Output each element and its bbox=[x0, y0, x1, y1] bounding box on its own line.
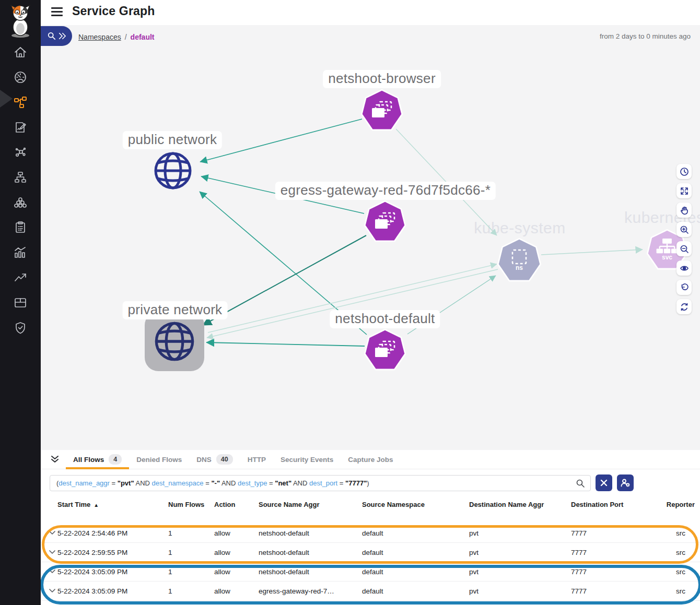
expand-icon bbox=[680, 186, 689, 196]
flow-filter-input[interactable]: (dest_name_aggr = "pvt" AND dest_namespa… bbox=[50, 475, 591, 491]
col-source-name-aggr[interactable]: Source Name Aggr bbox=[259, 501, 362, 509]
dashboard-icon bbox=[14, 70, 27, 84]
node-public-network[interactable] bbox=[153, 150, 193, 193]
col-dest-port[interactable]: Destination Port bbox=[571, 501, 652, 509]
col-start-time[interactable]: Start Time▲ bbox=[57, 501, 168, 509]
namespace-dashed-icon bbox=[511, 248, 528, 265]
expand-row-icon[interactable] bbox=[41, 550, 57, 554]
refresh-icon bbox=[680, 302, 689, 312]
cluster-circles-icon bbox=[14, 196, 27, 209]
graph-edges bbox=[41, 25, 700, 450]
collapse-panel-icon[interactable] bbox=[49, 454, 61, 465]
molecule-icon bbox=[14, 146, 27, 159]
storage-box-icon bbox=[14, 296, 27, 310]
sidebar-item-policies[interactable] bbox=[10, 120, 31, 135]
node-label-public-network[interactable]: public network bbox=[123, 131, 222, 149]
sidebar-item-reports[interactable] bbox=[10, 245, 31, 260]
flow-row-4[interactable]: 5-22-2024 3:05:09 PM1allowegress-gateway… bbox=[41, 582, 700, 601]
graph-toolbar bbox=[676, 164, 692, 314]
col-source-namespace[interactable]: Source Namespace bbox=[362, 501, 469, 509]
sidebar-item-workloads[interactable] bbox=[10, 195, 31, 210]
breadcrumb-namespaces-link[interactable]: Namespaces bbox=[78, 33, 121, 41]
clipboard-icon bbox=[14, 221, 27, 234]
sidebar-item-network[interactable] bbox=[10, 170, 31, 185]
zoom-out-button[interactable] bbox=[676, 241, 692, 256]
clock-icon bbox=[680, 167, 689, 176]
ns-badge: ns bbox=[516, 264, 523, 271]
flows-table-header: Start Time▲ Num Flows Action Source Name… bbox=[41, 496, 700, 524]
search-icon bbox=[576, 479, 585, 488]
zoom-out-icon bbox=[680, 244, 689, 254]
menu-toggle-icon[interactable] bbox=[51, 7, 63, 17]
time-settings-button[interactable] bbox=[676, 164, 692, 179]
replicaset-pods-icon bbox=[374, 211, 396, 231]
replicaset-pods-icon bbox=[370, 100, 393, 120]
col-num-flows[interactable]: Num Flows bbox=[168, 501, 214, 509]
col-dest-name-aggr[interactable]: Destination Name Aggr bbox=[469, 501, 571, 509]
sidebar-item-activity[interactable] bbox=[10, 270, 31, 285]
bar-chart-icon bbox=[14, 246, 27, 259]
sort-asc-icon: ▲ bbox=[94, 502, 99, 508]
zoom-in-icon bbox=[680, 225, 689, 234]
search-icon bbox=[48, 32, 56, 40]
flow-row-3[interactable]: 5-22-2024 3:05:09 PM1allownetshoot-defau… bbox=[41, 562, 700, 582]
expand-row-icon[interactable] bbox=[41, 589, 57, 593]
close-icon bbox=[600, 479, 608, 487]
sidebar-item-dashboard[interactable] bbox=[10, 70, 31, 85]
sidebar-item-security[interactable] bbox=[10, 321, 31, 335]
tab-all-flows[interactable]: All Flows4 bbox=[66, 450, 129, 469]
user-settings-button[interactable] bbox=[617, 474, 634, 491]
service-graph-app: Service Graph Namespaces/default from 2 … bbox=[0, 0, 700, 605]
user-gear-icon bbox=[621, 478, 631, 488]
eye-icon bbox=[680, 264, 689, 273]
col-action[interactable]: Action bbox=[214, 501, 259, 509]
node-label-egress-gateway[interactable]: egress-gateway-red-76d7f5dc66-* bbox=[275, 182, 496, 200]
pan-button[interactable] bbox=[676, 203, 692, 218]
visibility-button[interactable] bbox=[676, 260, 692, 276]
sidebar-item-compliance[interactable] bbox=[10, 220, 31, 235]
flow-row-1[interactable]: 5-22-2024 2:54:46 PM1allownetshoot-defau… bbox=[41, 524, 700, 543]
col-reporter[interactable]: Reporter bbox=[652, 501, 700, 509]
sidebar-item-service-graph[interactable] bbox=[10, 95, 31, 110]
sidebar-item-endpoints[interactable] bbox=[10, 145, 31, 160]
flows-panel: All Flows4 Denied Flows DNS40 HTTP Secur… bbox=[41, 450, 700, 605]
time-range-label: from 2 days to 0 minutes ago bbox=[600, 32, 691, 40]
graph-search-toggle[interactable] bbox=[41, 26, 72, 46]
sidebar bbox=[0, 0, 41, 605]
node-label-private-network[interactable]: private network bbox=[123, 301, 228, 319]
filter-row: (dest_name_aggr = "pvt" AND dest_namespa… bbox=[41, 469, 700, 496]
all-flows-count-badge: 4 bbox=[109, 454, 122, 465]
breadcrumb-current: default bbox=[131, 33, 155, 41]
zoom-in-button[interactable] bbox=[676, 222, 692, 237]
tab-dns[interactable]: DNS40 bbox=[189, 450, 240, 469]
node-label-netshoot-browser[interactable]: netshoot-browser bbox=[323, 70, 441, 88]
service-tree-icon bbox=[656, 238, 679, 255]
flows-tabbar: All Flows4 Denied Flows DNS40 HTTP Secur… bbox=[41, 450, 700, 469]
shield-check-icon bbox=[14, 321, 27, 335]
undo-button[interactable] bbox=[676, 280, 692, 295]
tab-http[interactable]: HTTP bbox=[240, 450, 273, 469]
fit-screen-button[interactable] bbox=[676, 183, 692, 198]
expand-row-icon[interactable] bbox=[41, 531, 57, 535]
sidebar-item-archive[interactable] bbox=[10, 295, 31, 310]
policy-document-icon bbox=[14, 121, 27, 134]
flow-row-2[interactable]: 5-22-2024 2:59:55 PM1allownetshoot-defau… bbox=[41, 543, 700, 562]
clear-filter-button[interactable] bbox=[596, 474, 612, 491]
breadcrumb: Namespaces/default bbox=[78, 33, 154, 41]
node-label-netshoot-default[interactable]: netshoot-default bbox=[330, 310, 440, 328]
sidebar-item-home[interactable] bbox=[10, 45, 31, 60]
refresh-button[interactable] bbox=[676, 299, 692, 314]
svc-badge: svc bbox=[662, 254, 672, 261]
node-private-network[interactable] bbox=[153, 320, 196, 365]
tab-denied-flows[interactable]: Denied Flows bbox=[129, 450, 189, 469]
page-title: Service Graph bbox=[72, 4, 155, 18]
replicaset-pods-icon bbox=[374, 340, 396, 360]
flows-table: Start Time▲ Num Flows Action Source Name… bbox=[41, 496, 700, 601]
chevrons-right-icon bbox=[59, 32, 66, 40]
tab-security-events[interactable]: Security Events bbox=[273, 450, 341, 469]
home-icon bbox=[14, 45, 27, 59]
service-graph-canvas[interactable]: Namespaces/default from 2 days to 0 minu… bbox=[41, 25, 700, 450]
tab-capture-jobs[interactable]: Capture Jobs bbox=[341, 450, 400, 469]
expand-row-icon[interactable] bbox=[41, 570, 57, 574]
calico-cat-logo[interactable] bbox=[6, 3, 35, 38]
